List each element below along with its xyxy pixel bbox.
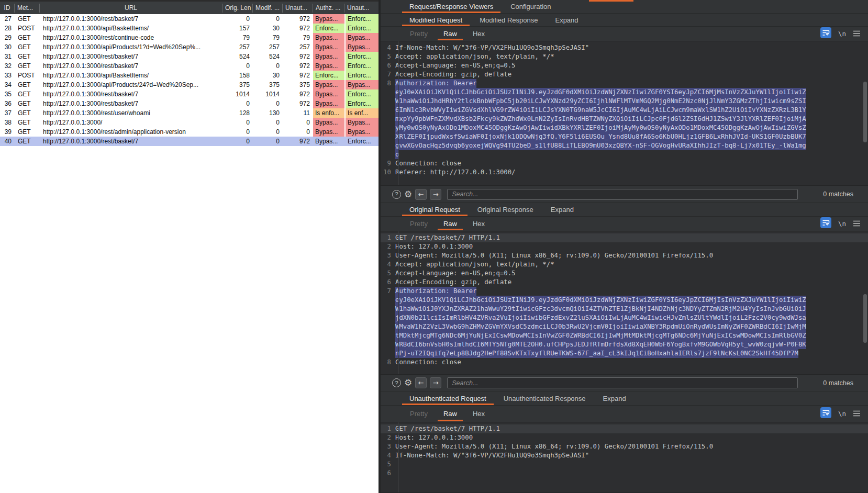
next-match-button[interactable]: → bbox=[430, 189, 441, 200]
menu-icon[interactable] bbox=[853, 409, 861, 419]
column-header-id[interactable]: ID bbox=[0, 4, 15, 13]
table-row[interactable]: 30GEThttp://127.0.0.1:3000/api/Products/… bbox=[0, 42, 379, 52]
help-icon[interactable]: ? bbox=[392, 378, 401, 387]
cell-method: GET bbox=[15, 61, 40, 71]
subtab-hex[interactable]: Hex bbox=[465, 217, 493, 231]
tab-unauthenticated-request[interactable]: Unauthenticated Request bbox=[402, 391, 494, 405]
tab-expand[interactable]: Expand bbox=[596, 391, 633, 405]
newline-toggle-icon[interactable]: \n bbox=[838, 30, 846, 38]
tab-original-response[interactable]: Original Response bbox=[470, 203, 541, 216]
next-match-button[interactable]: → bbox=[430, 377, 441, 388]
match-count-label: 0 matches bbox=[805, 191, 853, 198]
search-input[interactable] bbox=[447, 377, 798, 388]
subtab-hex[interactable]: Hex bbox=[465, 406, 493, 422]
column-header-modif[interactable]: Modif. ... bbox=[253, 4, 283, 13]
line-number bbox=[381, 106, 395, 115]
newline-toggle-icon[interactable]: \n bbox=[838, 220, 846, 228]
table-row[interactable]: 28POSThttp://127.0.0.1:3000/api/BasketIt… bbox=[0, 24, 379, 33]
table-row[interactable]: 36GEThttp://127.0.0.1:3000/rest/basket/7… bbox=[0, 99, 379, 108]
line-number bbox=[381, 124, 395, 132]
column-header-method[interactable]: Met... bbox=[15, 4, 40, 13]
table-row[interactable]: 37GEThttp://127.0.0.1:3000/rest/user/who… bbox=[0, 108, 379, 118]
section-2-editor[interactable]: 1GET /rest/basket/7 HTTP/1.12Host: 127.0… bbox=[381, 422, 868, 493]
table-row[interactable]: 27GEThttp://127.0.0.1:3000/rest/basket/7… bbox=[0, 14, 379, 24]
top-tab-configuration[interactable]: Configuration bbox=[503, 0, 558, 13]
line-text: jdXN0b21lciIsImRlbHV4ZVRva2VuIjoiIiwibGF… bbox=[395, 313, 806, 322]
cell-unauth_len: 11 bbox=[283, 108, 313, 118]
line-text: W1haWwiOiJhdHRhY2tlckBnbWFpbC5jb20iLCJwY… bbox=[395, 97, 806, 106]
cell-method: GET bbox=[15, 89, 40, 99]
subtab-raw[interactable]: Raw bbox=[436, 406, 465, 422]
column-header-unauth[interactable]: Unaut... bbox=[344, 4, 379, 13]
line-text: Accept: application/json, text/plain, */… bbox=[395, 52, 554, 61]
line-text: Accept-Language: en-US,en;q=0.5 bbox=[395, 269, 516, 278]
cell-unauth: Enforc... bbox=[346, 24, 379, 33]
cell-id: 34 bbox=[0, 80, 15, 89]
table-row[interactable]: 33POSThttp://127.0.0.1:3000/api/BasketIt… bbox=[0, 71, 379, 80]
line-number: 7 bbox=[381, 287, 395, 296]
subtab-hex[interactable]: Hex bbox=[465, 27, 493, 41]
table-row[interactable]: 31GEThttp://127.0.0.1:3000/rest/basket/7… bbox=[0, 52, 379, 61]
column-header-orig[interactable]: Orig. Len bbox=[222, 4, 253, 13]
editor-line: 1GET /rest/basket/7 HTTP/1.1 bbox=[381, 424, 868, 433]
cell-unauth_len: 972 bbox=[283, 14, 313, 24]
editor-scrollbar-thumb[interactable] bbox=[863, 82, 867, 142]
table-row[interactable]: 39GEThttp://127.0.0.1:3000/rest/admin/ap… bbox=[0, 127, 379, 137]
tab-unauthenticated-response[interactable]: Unauthenticated Response bbox=[496, 391, 593, 405]
table-row[interactable]: 40GEThttp://127.0.0.1:3000/rest/basket/7… bbox=[0, 137, 379, 146]
table-row[interactable]: 35GEThttp://127.0.0.1:3000/rest/basket/7… bbox=[0, 89, 379, 99]
line-text: Connection: close bbox=[395, 358, 461, 367]
settings-gear-icon[interactable]: ⚙ bbox=[404, 378, 412, 387]
editor-scrollbar-thumb[interactable] bbox=[863, 294, 867, 343]
tab-expand[interactable]: Expand bbox=[548, 14, 585, 26]
word-wrap-icon[interactable] bbox=[820, 407, 831, 420]
line-number bbox=[381, 115, 395, 124]
table-header: IDMet...URLOrig. LenModif. ...Unaut...Au… bbox=[0, 2, 379, 14]
cell-modif: 0 bbox=[253, 99, 283, 108]
section-0-editor[interactable]: 4If-None-Match: W/"3f6-VP/VX2FHu1UQ9o3Sm… bbox=[381, 41, 868, 186]
subtab-raw[interactable]: Raw bbox=[436, 217, 465, 231]
tab-original-request[interactable]: Original Request bbox=[402, 203, 468, 216]
previous-match-button[interactable]: ← bbox=[415, 377, 427, 388]
table-row[interactable]: 38GEThttp://127.0.0.1:3000/000Bypas...By… bbox=[0, 118, 379, 127]
cell-method: GET bbox=[15, 99, 40, 108]
word-wrap-icon[interactable] bbox=[820, 217, 831, 230]
cell-orig: 0 bbox=[222, 61, 253, 71]
menu-icon[interactable] bbox=[853, 29, 861, 39]
line-text: GET /rest/basket/7 HTTP/1.1 bbox=[395, 233, 500, 242]
editor-line: 7Accept-Encoding: gzip, deflate bbox=[381, 70, 868, 79]
line-number: 4 bbox=[381, 43, 395, 52]
line-number: 7 bbox=[381, 70, 395, 79]
cell-url: http://127.0.0.1:3000/rest/basket/7 bbox=[40, 89, 222, 99]
line-number bbox=[381, 296, 395, 305]
section-1-editor[interactable]: 1GET /rest/basket/7 HTTP/1.12Host: 127.0… bbox=[381, 231, 868, 375]
table-row[interactable]: 32GEThttp://127.0.0.1:3000/rest/basket/7… bbox=[0, 61, 379, 71]
word-wrap-icon[interactable] bbox=[820, 27, 831, 40]
top-tab-request-response-viewers[interactable]: Request/Response Viewers bbox=[402, 0, 500, 13]
table-row[interactable]: 34GEThttp://127.0.0.1:3000/api/Products/… bbox=[0, 80, 379, 89]
help-icon[interactable]: ? bbox=[392, 190, 401, 199]
line-number: 10 bbox=[381, 168, 395, 177]
tab-modified-request[interactable]: Modified Request bbox=[402, 14, 470, 26]
table-row[interactable]: 29GEThttp://127.0.0.1:3000/rest/continue… bbox=[0, 33, 379, 42]
cell-authz: Bypas... bbox=[313, 137, 344, 146]
newline-toggle-icon[interactable]: \n bbox=[838, 410, 846, 418]
tab-modified-response[interactable]: Modified Response bbox=[472, 14, 545, 26]
subtab-pretty[interactable]: Pretty bbox=[402, 406, 436, 422]
previous-match-button[interactable]: ← bbox=[415, 189, 427, 200]
tab-expand[interactable]: Expand bbox=[543, 203, 581, 216]
column-header-authz[interactable]: Authz. ... bbox=[313, 4, 344, 13]
search-input[interactable] bbox=[447, 189, 798, 200]
cell-url: http://127.0.0.1:3000/rest/admin/applica… bbox=[40, 127, 222, 137]
subtab-pretty[interactable]: Pretty bbox=[402, 27, 436, 41]
editor-icons: \n bbox=[820, 27, 861, 41]
column-header-unauth_len[interactable]: Unaut... bbox=[283, 4, 313, 13]
column-header-url[interactable]: URL bbox=[40, 4, 222, 13]
cell-unauth_len: 0 bbox=[283, 127, 313, 137]
subtab-pretty[interactable]: Pretty bbox=[402, 217, 436, 231]
menu-icon[interactable] bbox=[853, 219, 861, 229]
subtab-raw[interactable]: Raw bbox=[436, 27, 465, 41]
cell-orig: 375 bbox=[222, 80, 253, 89]
settings-gear-icon[interactable]: ⚙ bbox=[404, 190, 412, 199]
line-number bbox=[381, 313, 395, 322]
